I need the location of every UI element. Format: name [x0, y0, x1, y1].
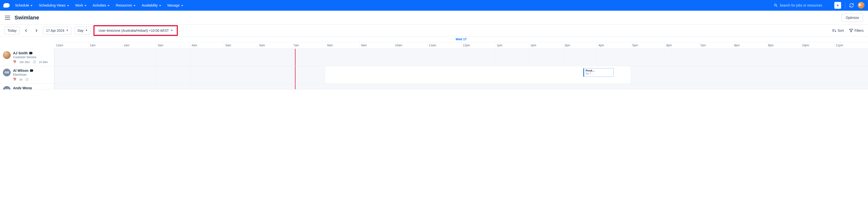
toolbar: Today 17 Apr 2024 Day User timezone (Aus…: [0, 25, 868, 36]
view-picker[interactable]: Day: [74, 27, 91, 34]
top-nav: ScheduleScheduling ViewsWorkActivitiesRe…: [0, 0, 868, 11]
user-avatar[interactable]: [858, 2, 865, 9]
resource-name: AJ Smith: [13, 51, 48, 55]
today-button[interactable]: Today: [4, 27, 20, 34]
sort-button[interactable]: Sort: [832, 29, 844, 32]
hour-cell: 2am: [122, 42, 156, 49]
svg-point-0: [775, 4, 776, 6]
tag-icon: [29, 52, 33, 54]
chevron-down-icon: [159, 5, 161, 6]
nav-item-scheduling-views[interactable]: Scheduling Views: [38, 2, 70, 8]
sync-icon[interactable]: [849, 3, 854, 8]
filter-icon: [849, 29, 853, 32]
chevron-down-icon: [181, 5, 183, 6]
hour-header: 12am1am2am3am4am5am6am7am8am9am10am11am1…: [54, 42, 868, 49]
hour-cell: 9am: [360, 42, 393, 49]
chevron-down-icon: [171, 30, 173, 31]
resource-meta: 📅1h🕑-: [13, 78, 33, 81]
resource-avatar: AW: [3, 86, 11, 89]
swimlane-rows: AJ SmithCustomer Service📅10h 20m🕑1h 30mA…: [0, 49, 868, 89]
resource-label[interactable]: AWAndy Wong: [0, 84, 54, 89]
calendar-icon: 📅: [13, 60, 17, 63]
hour-cell: 8am: [326, 42, 360, 49]
hour-cell: 11pm: [834, 42, 868, 49]
hour-cell: 5am: [224, 42, 258, 49]
menu-toggle-icon[interactable]: [5, 16, 10, 20]
hour-cell: 8pm: [733, 42, 766, 49]
timezone-picker[interactable]: User timezone (Australia/Hobart) +10:00 …: [95, 27, 176, 34]
resource-label[interactable]: AWAl WilsonElectrician📅1h🕑-: [0, 66, 54, 83]
calendar-icon: 📅: [13, 78, 17, 81]
now-indicator: [295, 49, 296, 66]
resource-role: Electrician: [13, 73, 33, 77]
clock-icon: 🕑: [25, 78, 29, 81]
resource-track[interactable]: [54, 49, 868, 66]
resource-row: AWAl WilsonElectrician📅1h🕑-Pend…No T…: [0, 66, 868, 84]
hour-cell: 10pm: [800, 42, 834, 49]
job-chip[interactable]: Pend…No T…: [583, 68, 614, 77]
hour-cell: 3pm: [563, 42, 597, 49]
timezone-highlight: User timezone (Australia/Hobart) +10:00 …: [93, 25, 178, 36]
resource-track[interactable]: Pend…No T…: [54, 66, 868, 83]
optimize-button[interactable]: Optimize: [842, 13, 863, 22]
job-title: Pend…: [586, 69, 612, 72]
day-header: Wed 17: [54, 36, 868, 42]
hour-cell: 3am: [156, 42, 190, 49]
hour-cell: 6am: [258, 42, 291, 49]
job-subtitle: No T…: [586, 72, 612, 75]
nav-item-activities[interactable]: Activities: [92, 2, 111, 8]
nav-item-schedule[interactable]: Schedule: [14, 2, 33, 8]
chevron-down-icon: [107, 5, 110, 6]
swimlane: Wed 17 12am1am2am3am4am5am6am7am8am9am10…: [0, 36, 868, 89]
app-logo[interactable]: [3, 3, 10, 7]
resource-avatar: AW: [3, 69, 11, 77]
global-search[interactable]: [774, 3, 831, 7]
hour-cell: 7pm: [699, 42, 733, 49]
resource-track[interactable]: [54, 84, 868, 89]
hour-cell: 2pm: [529, 42, 563, 49]
date-picker[interactable]: 17 Apr 2024: [43, 27, 71, 34]
nav-item-resources[interactable]: Resources: [115, 2, 136, 8]
search-input[interactable]: [780, 3, 831, 7]
chevron-down-icon: [31, 5, 32, 6]
svg-line-1: [776, 6, 777, 7]
chevron-down-icon: [85, 5, 87, 6]
nav-item-availability[interactable]: Availability: [141, 2, 162, 8]
resource-label[interactable]: AJ SmithCustomer Service📅10h 20m🕑1h 30m: [0, 49, 54, 66]
hour-cell: 1am: [88, 42, 122, 49]
hour-cell: 9pm: [766, 42, 800, 49]
hour-cell: 7am: [291, 42, 326, 49]
nav-item-work[interactable]: Work: [74, 2, 87, 8]
resource-role: Customer Service: [13, 56, 48, 59]
top-nav-left: ScheduleScheduling ViewsWorkActivitiesRe…: [3, 2, 184, 8]
hour-cell: 12pm: [461, 42, 495, 49]
title-bar: Swimlane Optimize: [0, 11, 868, 25]
toolbar-right: Sort Filters: [832, 29, 864, 32]
resource-row: AJ SmithCustomer Service📅10h 20m🕑1h 30m: [0, 49, 868, 66]
now-indicator: [295, 66, 296, 83]
top-nav-right: +: [774, 2, 865, 9]
svg-marker-5: [849, 29, 853, 32]
resource-name: Andy Wong: [13, 86, 32, 89]
resource-row: AWAndy Wong: [0, 84, 868, 89]
hour-cell: 10am: [393, 42, 427, 49]
filters-button[interactable]: Filters: [849, 29, 864, 32]
chevron-down-icon: [86, 30, 87, 31]
hour-cell: 4am: [190, 42, 224, 49]
hour-cell: 1pm: [495, 42, 529, 49]
clock-icon: 🕑: [33, 60, 36, 63]
hour-cell: 12am: [54, 42, 88, 49]
prev-arrow[interactable]: [23, 27, 30, 34]
hour-cell: 11am: [427, 42, 461, 49]
create-button[interactable]: +: [834, 2, 841, 9]
hour-cell: 5pm: [631, 42, 664, 49]
hour-cell: 6pm: [664, 42, 699, 49]
tag-icon: [30, 69, 33, 72]
page-title: Swimlane: [14, 14, 39, 21]
nav-item-manage[interactable]: Manage: [166, 2, 184, 8]
resource-meta: 📅10h 20m🕑1h 30m: [13, 60, 48, 63]
chevron-down-icon: [133, 5, 135, 6]
next-arrow[interactable]: [33, 27, 40, 34]
chevron-down-icon: [66, 30, 68, 31]
now-indicator: [295, 84, 296, 89]
